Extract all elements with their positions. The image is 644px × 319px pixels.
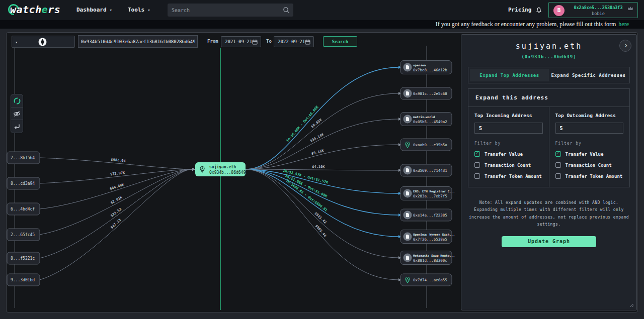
edge-arrow-icon [192, 168, 195, 171]
calendar-icon [305, 39, 310, 45]
to-date-picker[interactable]: 2022-09-21 [274, 36, 314, 47]
wallet-username: bobie [568, 11, 628, 16]
graph-node[interactable]: 6...4bd4cf [7, 203, 40, 215]
user-wallet-chip[interactable]: B 0x2a8ce5...2530a3f3 bobie [548, 2, 638, 18]
graph-node[interactable]: OpenSea: Wyvern Exch...0x7f26...b538e5 [400, 230, 455, 244]
circle-layout-icon [13, 97, 21, 105]
network-select[interactable] [12, 36, 75, 48]
navbar: watchers Dashboard Tools Pricing B 0x2a8… [0, 0, 644, 20]
edge-label: $4.10K [312, 165, 325, 169]
notification-bell-icon[interactable] [535, 6, 543, 15]
filter-transfer-value[interactable]: Transfer Value [555, 151, 624, 157]
filter-transfer-token-amount[interactable]: Transfer Token Amount [555, 173, 624, 179]
graph-edge[interactable] [246, 93, 398, 169]
node-label: 8...cd3a94 [11, 181, 35, 186]
graph-node[interactable]: ENS: ETH Registrar C...0x283a...7eb7f5 [400, 187, 455, 200]
node-address: 0xaab9...e35b5a [413, 143, 447, 147]
graph-node[interactable]: 0xd569...714431 [400, 164, 452, 176]
transaction-graph-canvas[interactable]: $982.042...861564$72.97K8...cd3a94$44.40… [7, 33, 461, 312]
edge-label: $34.14K [309, 132, 325, 143]
checkbox[interactable] [474, 173, 480, 179]
checkbox-label: Transaction Count [485, 163, 531, 168]
outcoming-count-input[interactable] [555, 123, 624, 134]
incoming-column: Top Incoming Address Filter by Transfer … [468, 107, 549, 187]
graph-search-button[interactable]: Search [323, 36, 357, 47]
graph-node[interactable]: Metamask: Swap Route...0x881d...8d300c [400, 251, 455, 265]
node-address: 0x7d74...ae6a55 [413, 278, 447, 282]
global-search-input[interactable] [172, 4, 277, 17]
checkbox-label: Transfer Value [485, 152, 523, 157]
pricing-link[interactable]: Pricing [508, 7, 531, 13]
crown-icon [627, 6, 633, 11]
filter-transfer-value[interactable]: Transfer Value [474, 151, 543, 157]
tab-expand-specific-addresses[interactable]: Expand Specific Addresses [549, 69, 628, 81]
checkbox[interactable] [555, 173, 561, 179]
expand-section: Expand this address Top Incoming Address… [468, 88, 630, 187]
menu-tools[interactable]: Tools [128, 7, 150, 13]
update-graph-button[interactable]: Update Graph [502, 236, 596, 247]
tab-expand-top-addresses[interactable]: Expand Top Addresses [470, 69, 549, 81]
graph-node[interactable]: 8...cd3a94 [7, 177, 40, 189]
graph-node[interactable]: 0x7d74...ae6a55 [400, 274, 452, 286]
graph-node[interactable]: opensea0x7be8...46d12b [400, 61, 452, 74]
checkbox[interactable] [474, 162, 480, 168]
panel-collapse-button[interactable] [619, 40, 631, 52]
node-label: 2...65fc45 [11, 233, 35, 237]
graph-node[interactable]: 9...3d01bd [7, 274, 40, 286]
layout-circle-button[interactable] [11, 94, 23, 107]
node-address: 0x881d...8d300c [413, 258, 447, 263]
address-search-field [78, 35, 198, 48]
search-icon [283, 7, 290, 14]
expand-section-title: Expand this address [468, 89, 629, 107]
graph-node[interactable]: 0xe14a...f22385 [400, 209, 452, 221]
graph-node[interactable]: matrix-world0x05b5...4549a2 [400, 113, 452, 126]
filter-transaction-count[interactable]: Transaction Count [474, 162, 543, 168]
node-name: Metamask: Swap Route... [413, 254, 455, 258]
node-address: 0x7f26...b538e5 [413, 237, 447, 242]
incoming-count-input[interactable] [474, 123, 543, 134]
resize-handle[interactable] [629, 302, 634, 307]
feedback-form-link[interactable]: here [618, 21, 629, 28]
edge-label: $9.16K [311, 149, 325, 156]
node-address: 0x05b5...4549a2 [413, 120, 447, 124]
graph-node[interactable]: 0xaab9...e35b5a [400, 139, 452, 151]
graph-edge[interactable] [246, 67, 398, 169]
incoming-title: Top Incoming Address [474, 113, 543, 118]
edge-label: $72.97K [110, 171, 126, 176]
global-search [168, 4, 293, 17]
checkbox-label: Transfer Value [566, 152, 604, 157]
graph-edge[interactable] [246, 169, 398, 170]
graph-node[interactable]: 8...f5221c [7, 252, 40, 264]
node-label: 9...3d01bd [11, 278, 35, 282]
graph-node[interactable]: 2...65fc45 [7, 229, 40, 241]
node-label: 6...4bd4cf [11, 207, 35, 211]
hide-node-button[interactable] [11, 107, 23, 120]
from-label: From [207, 39, 218, 44]
address-input[interactable] [78, 36, 197, 48]
filter-transfer-token-amount[interactable]: Transfer Token Amount [474, 173, 543, 179]
outcoming-filter-label: Filter by [555, 141, 624, 146]
node-label: 8...f5221c [11, 256, 35, 261]
watchers-logo[interactable]: watchers [10, 4, 60, 17]
center-node-address: 0x934b...86d649 [209, 170, 246, 175]
avatar: B [553, 5, 565, 16]
checkbox[interactable] [474, 151, 480, 157]
outcoming-title: Top Outcoming Address [555, 113, 624, 118]
panel-address: (0x934b...86d649) [461, 54, 636, 59]
panel-title: sujiyan.eth [461, 42, 636, 51]
menu-dashboard[interactable]: Dashboard [76, 7, 112, 13]
center-node-name: sujiyan.eth [209, 164, 236, 169]
center-node[interactable]: sujiyan.eth0x934b...86d649 [195, 162, 246, 176]
graph-node[interactable]: 2...861564 [7, 152, 40, 164]
checkbox[interactable] [555, 151, 561, 157]
from-date-picker[interactable]: 2021-09-21 [221, 36, 261, 47]
graph-edge[interactable] [246, 169, 398, 280]
graph-tools [11, 94, 23, 133]
from-date-value: 2021-09-21 [225, 39, 252, 44]
undo-button[interactable] [11, 120, 23, 132]
filter-transaction-count[interactable]: Transaction Count [555, 162, 624, 168]
incoming-filter-label: Filter by [474, 141, 543, 146]
graph-node[interactable]: 0x981c...2e5c68 [400, 87, 452, 99]
checkbox[interactable] [555, 162, 561, 168]
node-address: 0x981c...2e5c68 [413, 91, 447, 96]
